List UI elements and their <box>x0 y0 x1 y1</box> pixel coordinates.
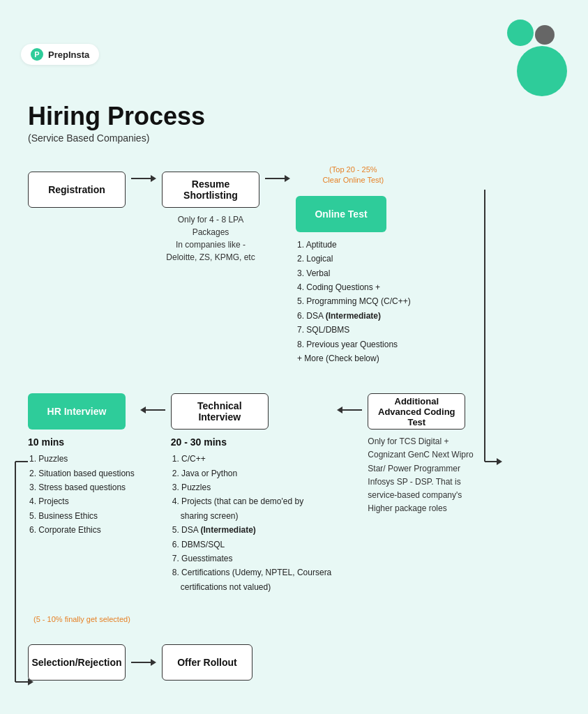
hr-interview-box: HR Interview <box>28 393 126 430</box>
arrow2 <box>259 172 296 185</box>
online-test-section: (Top 20 - 25%Clear Online Test) Online T… <box>296 165 411 365</box>
technical-interview-box: Technical Interview <box>171 393 269 430</box>
registration-box: Registration <box>28 172 126 208</box>
flow-container: Registration Resume Shortlisting Only fo… <box>0 144 588 694</box>
arrow-tech-hr <box>135 403 171 417</box>
arrow-sel-offer <box>126 655 162 669</box>
decorative-circles <box>483 13 567 96</box>
additional-coding-box: Additional Advanced Coding Test <box>368 393 465 430</box>
page-title-section: Hiring Process (Service Based Companies) <box>0 96 588 144</box>
circle-gray-small <box>535 25 555 45</box>
row2: HR Interview 10 mins 1. Puzzles 2. Situa… <box>28 393 560 594</box>
adv-section: Additional Advanced Coding Test Only for… <box>368 393 476 515</box>
selection-note: (5 - 10% finally get selected) <box>31 615 560 623</box>
hr-section: HR Interview 10 mins 1. Puzzles 2. Situa… <box>28 393 135 537</box>
resume-shortlisting-box: Resume Shortlisting <box>162 172 259 208</box>
circle-teal-large <box>517 46 567 96</box>
hr-time: 10 mins <box>28 436 135 448</box>
selection-section: Selection/Rejection <box>28 644 126 681</box>
offer-section: Offer Rollout <box>162 644 252 681</box>
svg-marker-7 <box>337 407 342 413</box>
adv-note: Only for TCS Digital + Cognizant GenC Ne… <box>368 435 476 515</box>
online-test-box: Online Test <box>296 196 386 232</box>
arrow1 <box>126 172 162 185</box>
svg-marker-1 <box>151 175 156 182</box>
hr-list: 1. Puzzles 2. Situation based questions … <box>28 452 135 537</box>
row1: Registration Resume Shortlisting Only fo… <box>28 165 560 365</box>
hr-details: 10 mins 1. Puzzles 2. Situation based qu… <box>28 436 135 537</box>
online-note-top: (Top 20 - 25%Clear Online Test) <box>296 165 411 186</box>
resume-note: Only for 4 - 8 LPA Packages In companies… <box>166 213 255 264</box>
resume-section: Resume Shortlisting Only for 4 - 8 LPA P… <box>162 165 259 264</box>
row3-wrapper: (5 - 10% finally get selected) Selection… <box>28 615 560 681</box>
page-subtitle: (Service Based Companies) <box>28 132 560 144</box>
tech-time: 20 - 30 mins <box>171 436 332 448</box>
svg-marker-5 <box>140 407 146 413</box>
online-test-list: 1. Aptitude 2. Logical 3. Verbal 4. Codi… <box>296 238 411 366</box>
tech-section: Technical Interview 20 - 30 mins 1. C/C+… <box>171 393 332 594</box>
tech-details: 20 - 30 mins 1. C/C++ 2. Java or Python … <box>171 436 332 594</box>
arrow-adv-tech <box>331 403 368 417</box>
offer-rollout-box: Offer Rollout <box>162 644 252 681</box>
row3: Selection/Rejection Offer Rollout <box>28 644 560 681</box>
page-title: Hiring Process <box>28 102 560 131</box>
svg-marker-3 <box>285 175 290 182</box>
logo-text: PrepInsta <box>48 50 89 60</box>
logo-pill: PrepInsta <box>21 44 99 65</box>
registration-section: Registration <box>28 165 126 208</box>
selection-box: Selection/Rejection <box>28 644 126 681</box>
header: PrepInsta <box>0 0 588 96</box>
tech-list: 1. C/C++ 2. Java or Python 3. Puzzles 4.… <box>171 452 332 594</box>
circle-teal-small <box>507 20 534 46</box>
logo-icon <box>31 48 43 61</box>
svg-marker-9 <box>151 659 156 666</box>
